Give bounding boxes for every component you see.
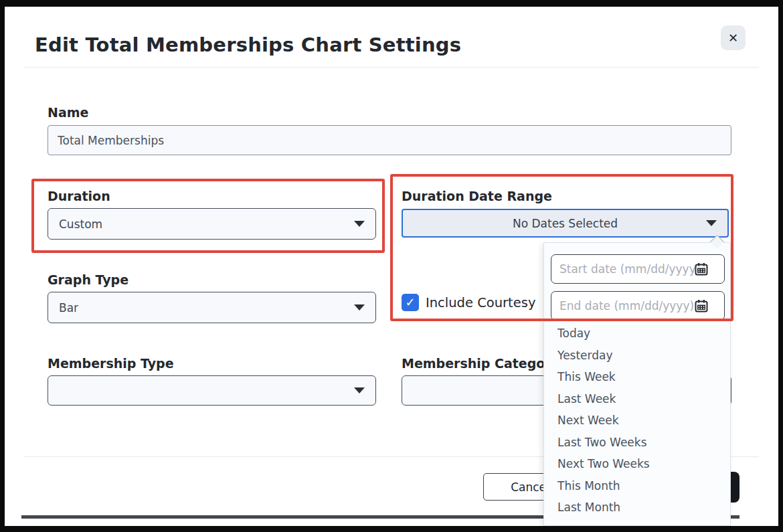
duration-date-range-value: No Dates Selected (513, 217, 618, 230)
name-input[interactable] (48, 125, 731, 155)
header-divider (24, 67, 759, 68)
name-label: Name (48, 105, 88, 120)
start-date-field[interactable] (551, 254, 725, 284)
checkmark-icon: ✓ (405, 296, 415, 308)
close-icon: ✕ (728, 31, 738, 46)
option-today[interactable]: Today (544, 323, 730, 345)
chevron-down-icon (706, 220, 717, 226)
graph-type-select[interactable]: Bar (48, 292, 376, 323)
chevron-down-icon (354, 304, 365, 311)
duration-label: Duration (48, 189, 110, 203)
start-date-input[interactable] (551, 262, 695, 276)
close-button[interactable]: ✕ (721, 25, 746, 50)
option-last-week[interactable]: Last Week (544, 388, 730, 410)
duration-date-range-label: Duration Date Range (402, 189, 552, 203)
option-this-week[interactable]: This Week (544, 366, 730, 388)
graph-type-label: Graph Type (48, 272, 128, 287)
graph-type-value: Bar (59, 301, 78, 315)
duration-date-range-select[interactable]: No Dates Selected (402, 209, 729, 238)
membership-type-select[interactable] (48, 375, 376, 406)
option-next-week[interactable]: Next Week (544, 410, 730, 432)
date-range-options: Today Yesterday This Week Last Week Next… (544, 323, 730, 519)
end-date-field[interactable] (551, 291, 725, 321)
membership-type-label: Membership Type (48, 356, 174, 371)
option-last-two-weeks[interactable]: Last Two Weeks (544, 432, 730, 454)
duration-select[interactable]: Custom (48, 208, 376, 240)
end-date-input[interactable] (551, 299, 695, 313)
include-courtesy-checkbox[interactable]: ✓ (402, 294, 419, 311)
modal-title: Edit Total Memberships Chart Settings (35, 33, 461, 56)
option-yesterday[interactable]: Yesterday (544, 345, 730, 367)
option-last-month[interactable]: Last Month (544, 497, 730, 519)
membership-category-label: Membership Category (402, 356, 559, 371)
calendar-icon[interactable] (695, 299, 708, 313)
chevron-down-icon (354, 221, 365, 227)
option-this-month[interactable]: This Month (544, 475, 730, 497)
chevron-down-icon (354, 387, 365, 393)
include-courtesy-label: Include Courtesy (426, 295, 535, 311)
option-next-two-weeks[interactable]: Next Two Weeks (544, 453, 730, 475)
date-range-dropdown-panel: Today Yesterday This Week Last Week Next… (543, 242, 731, 526)
edit-chart-settings-modal: Edit Total Memberships Chart Settings ✕ … (5, 7, 778, 526)
duration-value: Custom (59, 217, 102, 231)
calendar-icon[interactable] (695, 262, 708, 276)
